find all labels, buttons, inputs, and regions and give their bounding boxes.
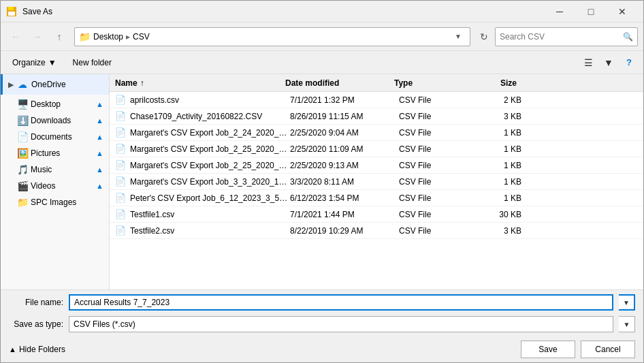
file-icon: 📄 [115,127,126,138]
sidebar-item-downloads[interactable]: ⬇️ Downloads ▲ [1,112,109,129]
cancel-button[interactable]: Cancel [581,341,635,358]
videos-folder-icon: 🎬 [17,180,28,191]
onedrive-expand-icon: ▶ [8,80,14,89]
filetype-label: Save as type: [9,319,63,329]
sidebar-label-videos: Videos [31,181,93,191]
organize-dropdown-icon: ▼ [48,58,57,67]
table-row[interactable]: 📄 aprilcosts.csv 7/1/2021 1:32 PM CSV Fi… [110,92,643,108]
pin-icon: ▲ [96,133,103,141]
pin-icon: ▲ [96,165,103,174]
path-desktop: Desktop [93,32,123,42]
path-sep-1: ▸ [126,32,130,42]
table-row[interactable]: 📄 Margaret's CSV Export Job_2_25_2020_1_… [110,141,643,157]
file-name: Testfile1.csv [130,210,290,219]
onedrive-label: OneDrive [31,80,103,89]
table-row[interactable]: 📄 Testfile1.csv 7/1/2021 1:44 PM CSV Fil… [110,206,643,223]
music-folder-icon: 🎵 [17,164,28,175]
search-icon[interactable]: 🔍 [623,32,633,42]
file-icon: 📄 [115,95,126,105]
view-options-button[interactable]: ☰ [579,54,597,72]
file-size: 1 KB [467,161,521,170]
sort-icon: ↑ [140,78,144,88]
address-toolbar: ← → ↑ 📁 Desktop ▸ CSV ▼ ↻ 🔍 [1,22,643,51]
minimize-button[interactable]: ─ [544,1,575,22]
file-icon: 📄 [115,225,126,236]
column-type[interactable]: Type [394,78,462,88]
hide-folders-button[interactable]: ▲ Hide Folders [9,345,65,354]
refresh-button[interactable]: ↻ [476,29,492,45]
path-csv: CSV [133,32,150,42]
address-bar[interactable]: 📁 Desktop ▸ CSV ▼ [74,27,470,46]
file-icon: 📄 [115,144,126,154]
pin-icon: ▲ [96,182,103,190]
file-icon: 📄 [115,111,126,121]
sidebar-item-pictures[interactable]: 🖼️ Pictures ▲ [1,145,109,161]
spcimages-folder-icon: 📁 [17,197,28,208]
filetype-dropdown-button[interactable]: ▼ [619,316,635,332]
maximize-button[interactable]: □ [575,1,607,22]
file-date: 8/22/2019 10:29 AM [290,226,399,236]
left-nav-panel: ▶ ☁ OneDrive 🖥️ Desktop ▲ ⬇️ Downloads ▲… [1,74,110,289]
column-name[interactable]: Name ↑ [115,78,285,88]
file-name: Testfile2.csv [130,226,290,236]
sidebar-item-onedrive[interactable]: ▶ ☁ OneDrive [1,74,109,95]
file-type: CSV File [399,161,467,170]
file-date: 2/25/2020 11:09 AM [290,144,399,154]
filename-row: File name: ▼ [1,290,643,315]
filename-input[interactable] [69,294,613,311]
file-name: Margaret's CSV Export Job_3_3_2020_10_1.… [130,177,290,187]
back-button[interactable]: ← [6,27,25,46]
bottom-area: File name: ▼ Save as type: ▼ ▲ Hide Fold… [1,289,643,362]
column-size[interactable]: Size [462,78,517,88]
file-type: CSV File [399,210,467,219]
table-row[interactable]: 📄 Peter's CSV Export Job_6_12_2023_3_54_… [110,190,643,206]
view-dropdown-button[interactable]: ▼ [600,54,617,72]
action-row: ▲ Hide Folders Save Cancel [1,336,643,362]
file-type: CSV File [399,112,467,121]
file-rows: 📄 aprilcosts.csv 7/1/2021 1:32 PM CSV Fi… [110,92,643,239]
save-button[interactable]: Save [521,341,575,358]
address-path: Desktop ▸ CSV [93,32,452,42]
file-date: 2/25/2020 9:04 AM [290,128,399,138]
file-size: 2 KB [467,95,521,105]
sidebar-item-music[interactable]: 🎵 Music ▲ [1,161,109,178]
file-icon: 📄 [115,160,126,170]
file-size: 30 KB [467,210,521,219]
search-input[interactable] [500,32,620,42]
options-toolbar: Organize ▼ New folder ☰ ▼ ? [1,51,643,74]
file-table-header: Name ↑ Date modified Type Size [110,74,643,92]
table-row[interactable]: 📄 Chase1709_Activity_20160822.CSV 8/26/2… [110,108,643,125]
forward-button[interactable]: → [28,27,47,46]
title-bar-controls: ─ □ ✕ [544,1,638,22]
sidebar-label-music: Music [31,165,93,174]
new-folder-button[interactable]: New folder [67,54,118,72]
column-date[interactable]: Date modified [285,78,394,88]
pin-icon: ▲ [96,100,103,108]
filetype-row: Save as type: ▼ [1,315,643,336]
table-row[interactable]: 📄 Margaret's CSV Export Job_3_3_2020_10_… [110,174,643,190]
close-button[interactable]: ✕ [607,1,638,22]
file-type: CSV File [399,128,467,138]
table-row[interactable]: 📄 Margaret's CSV Export Job_2_25_2020_11… [110,157,643,174]
organize-button[interactable]: Organize ▼ [6,54,63,72]
file-type: CSV File [399,177,467,187]
svg-rect-1 [8,7,14,10]
action-buttons: Save Cancel [521,341,635,358]
table-row[interactable]: 📄 Testfile2.csv 8/22/2019 10:29 AM CSV F… [110,223,643,239]
help-button[interactable]: ? [620,54,638,72]
main-area: ▶ ☁ OneDrive 🖥️ Desktop ▲ ⬇️ Downloads ▲… [1,74,643,289]
address-dropdown-icon[interactable]: ▼ [455,33,466,40]
up-button[interactable]: ↑ [50,27,69,46]
sidebar-item-desktop[interactable]: 🖥️ Desktop ▲ [1,96,109,112]
dialog-title: Save As [22,7,52,16]
nav-section-quick: 🖥️ Desktop ▲ ⬇️ Downloads ▲ 📄 Documents … [1,95,109,212]
table-row[interactable]: 📄 Margaret's CSV Export Job_2_24_2020_4_… [110,125,643,141]
filename-dropdown-button[interactable]: ▼ [619,294,635,311]
sidebar-item-spcimages[interactable]: 📁 SPC Images [1,194,109,210]
hide-folders-chevron-icon: ▲ [9,345,16,353]
title-bar-left: Save As [6,6,52,17]
title-bar: Save As ─ □ ✕ [1,1,643,22]
sidebar-item-videos[interactable]: 🎬 Videos ▲ [1,178,109,194]
pictures-folder-icon: 🖼️ [17,148,28,159]
sidebar-item-documents[interactable]: 📄 Documents ▲ [1,129,109,145]
